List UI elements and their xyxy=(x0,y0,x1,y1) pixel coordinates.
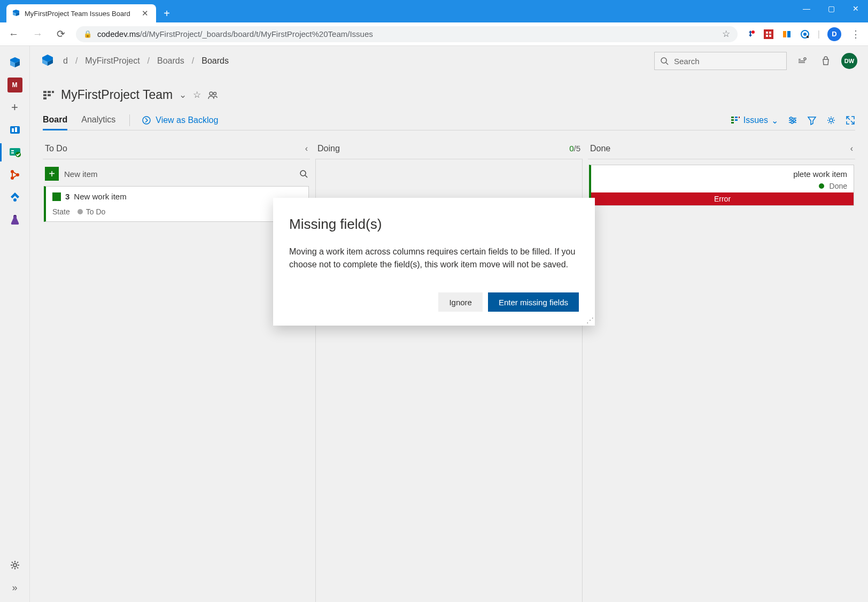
svg-point-0 xyxy=(751,30,755,34)
lock-icon: 🔒 xyxy=(83,30,92,38)
window-minimize[interactable]: — xyxy=(794,0,819,17)
url-path: /d/MyFirstProject/_boards/board/t/MyFirs… xyxy=(140,29,373,38)
ext-icon-1[interactable] xyxy=(745,29,756,40)
ignore-button[interactable]: Ignore xyxy=(438,292,483,312)
dialog-body: Moving a work item across columns requir… xyxy=(289,245,579,271)
browser-tab[interactable]: MyFirstProject Team Issues Board ✕ xyxy=(6,4,156,22)
extension-icons xyxy=(745,29,810,40)
svg-rect-1 xyxy=(764,29,773,39)
svg-point-5 xyxy=(803,33,807,36)
tab-close-icon[interactable]: ✕ xyxy=(140,7,151,19)
tab-strip: MyFirstProject Team Issues Board ✕ + xyxy=(0,0,174,22)
ext-icon-4[interactable] xyxy=(800,29,810,40)
svg-rect-2 xyxy=(783,31,786,37)
window-controls: — ▢ ✕ xyxy=(794,0,868,17)
window-title-bar: MyFirstProject Team Issues Board ✕ + — ▢… xyxy=(0,0,868,22)
url-input[interactable]: 🔒 codedev.ms/d/MyFirstProject/_boards/bo… xyxy=(76,26,738,42)
nav-forward-icon[interactable]: → xyxy=(29,25,46,43)
dialog-actions: Ignore Enter missing fields xyxy=(289,292,579,312)
tab-title: MyFirstProject Team Issues Board xyxy=(25,10,135,18)
tab-favicon xyxy=(12,9,20,18)
nav-back-icon[interactable]: ← xyxy=(5,25,22,43)
window-maximize[interactable]: ▢ xyxy=(819,0,843,17)
missing-fields-dialog: Missing field(s) Moving a work item acro… xyxy=(273,198,595,326)
svg-rect-3 xyxy=(787,31,790,37)
ext-icon-2[interactable] xyxy=(763,29,774,40)
new-tab-button[interactable]: + xyxy=(159,6,174,21)
nav-reload-icon[interactable]: ⟳ xyxy=(53,25,68,43)
enter-missing-fields-button[interactable]: Enter missing fields xyxy=(488,292,579,312)
browser-menu-icon[interactable]: ⋮ xyxy=(849,26,863,42)
bookmark-star-icon[interactable]: ☆ xyxy=(722,28,730,40)
resize-grip-icon[interactable]: ⋰ xyxy=(586,316,594,325)
dialog-title: Missing field(s) xyxy=(289,216,579,233)
modal-backdrop: Missing field(s) Moving a work item acro… xyxy=(0,46,868,602)
profile-avatar[interactable]: D xyxy=(827,27,841,41)
url-host: codedev.ms xyxy=(97,29,140,38)
window-close[interactable]: ✕ xyxy=(843,0,868,17)
ext-icon-3[interactable] xyxy=(781,29,792,40)
url-bar: ← → ⟳ 🔒 codedev.ms/d/MyFirstProject/_boa… xyxy=(0,22,868,46)
